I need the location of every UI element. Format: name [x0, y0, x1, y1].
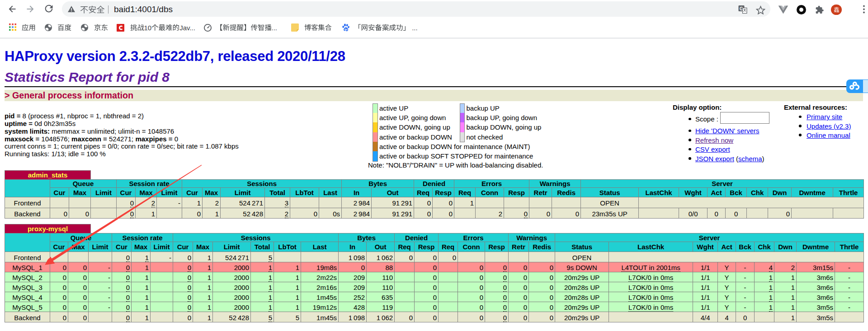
svg-text:du: du [344, 28, 348, 30]
